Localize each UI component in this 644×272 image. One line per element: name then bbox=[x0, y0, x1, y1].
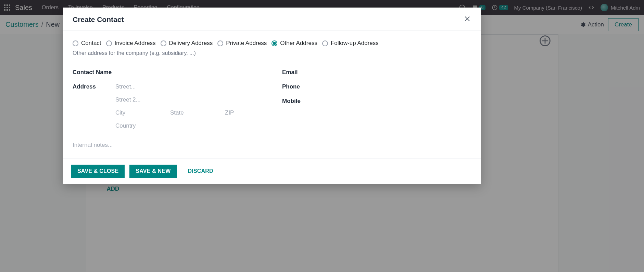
radio-icon bbox=[73, 40, 78, 46]
phone-label: Phone bbox=[282, 82, 325, 90]
save-new-button[interactable]: SAVE & NEW bbox=[129, 165, 177, 178]
radio-icon bbox=[106, 40, 112, 46]
zip-input[interactable] bbox=[225, 108, 252, 118]
country-input[interactable] bbox=[115, 121, 262, 131]
create-contact-modal: Create Contact Contact Invoice Address D… bbox=[63, 8, 481, 184]
contact-name-label: Contact Name bbox=[73, 68, 115, 76]
radio-contact[interactable]: Contact bbox=[73, 40, 101, 47]
discard-button[interactable]: DISCARD bbox=[182, 165, 219, 178]
close-icon[interactable] bbox=[464, 15, 471, 24]
radio-private-address[interactable]: Private Address bbox=[217, 40, 267, 47]
radio-other-address[interactable]: Other Address bbox=[272, 40, 317, 47]
state-input[interactable] bbox=[170, 108, 211, 118]
radio-invoice-address[interactable]: Invoice Address bbox=[106, 40, 156, 47]
radio-icon bbox=[161, 40, 166, 46]
city-input[interactable] bbox=[115, 108, 156, 118]
modal-body: Contact Invoice Address Delivery Address… bbox=[63, 31, 481, 158]
street2-input[interactable] bbox=[115, 95, 262, 105]
radio-icon bbox=[217, 40, 223, 46]
modal-title: Create Contact bbox=[73, 15, 124, 24]
radio-contact-label: Contact bbox=[81, 40, 101, 47]
phone-input[interactable] bbox=[325, 82, 471, 92]
type-radio-group: Contact Invoice Address Delivery Address… bbox=[73, 40, 471, 47]
type-hint: Other address for the company (e.g. subs… bbox=[73, 50, 471, 56]
mobile-label: Mobile bbox=[282, 96, 325, 105]
modal-footer: SAVE & CLOSE SAVE & NEW DISCARD bbox=[63, 158, 481, 184]
save-close-button[interactable]: SAVE & CLOSE bbox=[71, 165, 125, 178]
radio-icon bbox=[322, 40, 328, 46]
divider bbox=[73, 60, 471, 60]
email-input[interactable] bbox=[325, 68, 471, 77]
street-input[interactable] bbox=[115, 82, 262, 92]
notes-input[interactable] bbox=[73, 140, 471, 150]
radio-followup-label: Follow-up Address bbox=[331, 40, 379, 47]
email-label: Email bbox=[282, 68, 325, 76]
radio-private-label: Private Address bbox=[226, 40, 267, 47]
radio-other-label: Other Address bbox=[280, 40, 317, 47]
radio-icon bbox=[272, 40, 277, 46]
modal-header: Create Contact bbox=[63, 8, 481, 31]
address-label: Address bbox=[73, 82, 115, 90]
radio-followup-address[interactable]: Follow-up Address bbox=[322, 40, 379, 47]
radio-invoice-label: Invoice Address bbox=[115, 40, 156, 47]
contact-name-input[interactable] bbox=[115, 68, 262, 77]
mobile-input[interactable] bbox=[325, 96, 471, 106]
radio-delivery-address[interactable]: Delivery Address bbox=[161, 40, 213, 47]
radio-delivery-label: Delivery Address bbox=[169, 40, 213, 47]
